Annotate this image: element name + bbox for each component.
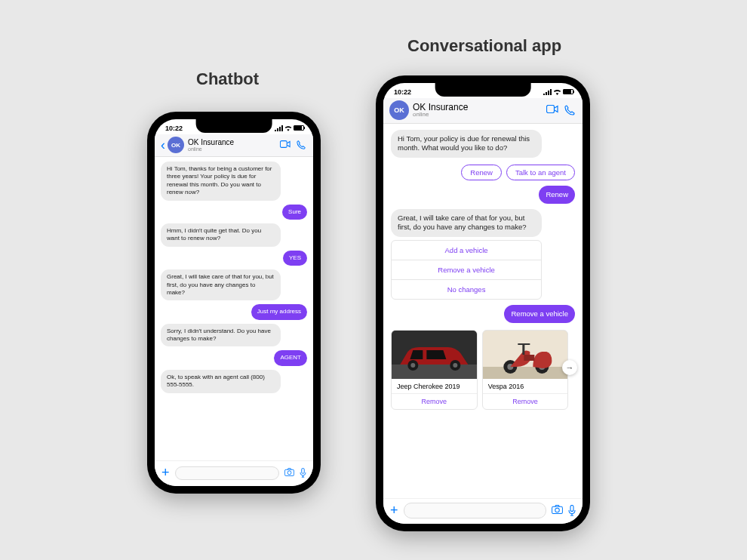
camera-icon[interactable]: [284, 468, 294, 476]
chat-messages: Hi Tom, your policy is due for renewal t…: [383, 124, 583, 498]
status-time: 10:22: [165, 125, 183, 132]
vehicle-image-vespa: [483, 331, 568, 379]
status-time: 10:22: [394, 88, 411, 96]
cellular-signal-icon: [275, 125, 283, 131]
quick-reply-agent[interactable]: Talk to an agent: [506, 165, 575, 180]
svg-rect-12: [483, 367, 568, 379]
notch: [435, 83, 531, 97]
message-bot: Ok, to speak with an agent call (800) 55…: [161, 370, 281, 393]
message-bot: Hi Tom, thanks for being a customer for …: [161, 162, 281, 201]
avatar[interactable]: OK: [168, 137, 184, 153]
cellular-signal-icon: [543, 89, 552, 95]
svg-rect-3: [302, 468, 304, 473]
chat-header: ‹ OK OK Insurance online: [155, 134, 313, 157]
message-bot: Hmm, I didn't quite get that. Do you wan…: [161, 223, 281, 247]
add-attachment-button[interactable]: +: [161, 465, 170, 481]
vehicle-name: Vespa 2016: [483, 379, 568, 393]
svg-rect-0: [280, 141, 287, 148]
vehicle-image-jeep: [392, 331, 477, 379]
chat-messages: Hi Tom, thanks for being a customer for …: [155, 157, 313, 460]
vehicle-card[interactable]: Vespa 2016 Remove: [482, 330, 569, 410]
svg-rect-4: [547, 106, 555, 113]
message-user: Renew: [539, 186, 575, 204]
message-user: Sure: [282, 205, 307, 220]
input-bar: +: [155, 460, 313, 486]
chat-status: online: [413, 112, 546, 118]
quick-reply-renew[interactable]: Renew: [461, 165, 502, 180]
phone-conversational: 10:22 OK OK Insurance online Hi Tom, you…: [376, 75, 590, 531]
vehicle-card[interactable]: Jeep Cherokee 2019 Remove: [391, 330, 478, 410]
wifi-icon: [553, 89, 561, 95]
message-user: Remove a vehicle: [504, 305, 575, 323]
phone-call-icon[interactable]: [297, 140, 306, 149]
vehicle-name: Jeep Cherokee 2019: [392, 379, 477, 393]
message-input[interactable]: [404, 503, 546, 518]
add-attachment-button[interactable]: +: [390, 503, 398, 518]
svg-point-2: [287, 471, 291, 475]
message-bot: Hi Tom, your policy is due for renewal t…: [391, 130, 542, 158]
remove-vehicle-button[interactable]: Remove: [392, 393, 477, 409]
notch: [196, 119, 272, 133]
message-user: Just my address: [251, 304, 307, 319]
chat-title: OK Insurance: [413, 103, 546, 112]
option-add-vehicle[interactable]: Add a vehicle: [392, 241, 541, 260]
message-input[interactable]: [175, 466, 279, 480]
carousel-next-button[interactable]: →: [562, 360, 577, 375]
label-chatbot: Chatbot: [196, 69, 259, 89]
phone-call-icon[interactable]: [564, 105, 575, 115]
wifi-icon: [284, 125, 292, 131]
svg-point-10: [453, 363, 457, 368]
microphone-icon[interactable]: [568, 505, 576, 516]
chat-header: OK OK Insurance online: [383, 98, 583, 124]
chat-status: online: [188, 146, 280, 152]
video-call-icon[interactable]: [280, 140, 290, 148]
input-bar: +: [383, 498, 583, 524]
message-bot: Great, I will take care of that for you,…: [391, 209, 542, 237]
option-remove-vehicle[interactable]: Remove a vehicle: [392, 260, 541, 279]
camera-icon[interactable]: [552, 505, 563, 514]
option-no-changes[interactable]: No changes: [392, 279, 541, 299]
vehicle-carousel[interactable]: Jeep Cherokee 2019 Remove Vespa 2016 Rem…: [391, 330, 575, 410]
label-conversational: Conversational app: [407, 36, 561, 56]
video-call-icon[interactable]: [546, 105, 558, 113]
svg-rect-17: [522, 344, 524, 355]
svg-rect-6: [392, 365, 477, 379]
svg-rect-20: [570, 506, 573, 512]
svg-point-8: [410, 363, 415, 368]
microphone-icon[interactable]: [300, 468, 306, 478]
remove-vehicle-button[interactable]: Remove: [483, 393, 568, 409]
avatar[interactable]: OK: [389, 100, 409, 120]
chat-title: OK Insurance: [188, 139, 280, 146]
phone-chatbot: 10:22 ‹ OK OK Insurance online Hi Tom, t…: [147, 112, 321, 494]
message-user: AGENT: [274, 350, 307, 365]
battery-icon: [563, 89, 573, 94]
battery-icon: [294, 125, 304, 131]
message-user: YES: [283, 251, 307, 266]
option-list: Add a vehicle Remove a vehicle No change…: [391, 240, 542, 300]
svg-point-19: [555, 508, 560, 512]
message-bot: Sorry, I didn't understand. Do you have …: [161, 324, 281, 347]
back-button[interactable]: ‹: [161, 137, 168, 153]
message-bot: Great, I will take care of that for you,…: [161, 269, 281, 300]
